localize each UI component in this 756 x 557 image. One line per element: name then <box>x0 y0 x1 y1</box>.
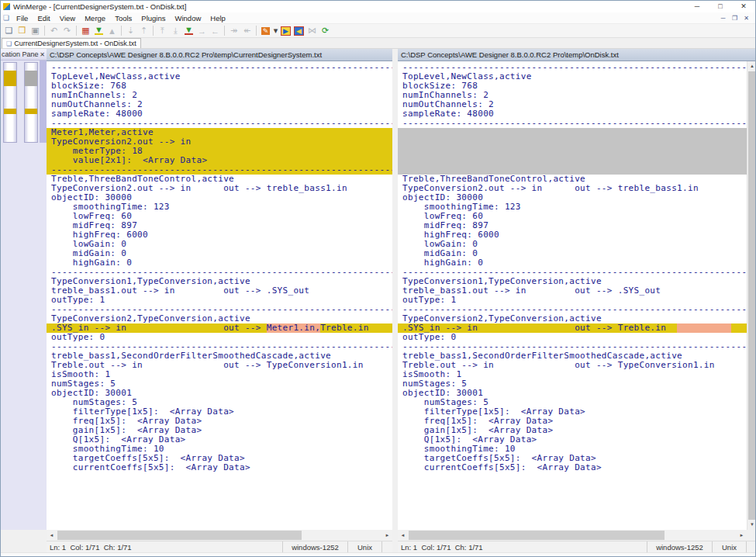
maximize-button[interactable]: □ <box>709 1 732 12</box>
auto-merge-dropdown-icon[interactable]: ▾ <box>272 25 279 37</box>
code-line: TypeConversion2.out --> in out --> trebl… <box>47 184 392 193</box>
code-line: numStages: 5 <box>398 398 756 407</box>
copy-left-icon[interactable]: ← <box>209 25 222 37</box>
window-controls: ─□✕ <box>685 1 755 12</box>
left-status-bar: Ln: 1 Col: 1/71 Ch: 1/71 windows-1252 Un… <box>47 541 392 552</box>
difference-band[interactable] <box>25 71 37 86</box>
code-line: Treble,ThreeBandToneControl,active <box>47 175 392 184</box>
right-editor-lines: ----------------------------------------… <box>398 63 756 472</box>
code-line: smoothingTime: 10 <box>398 445 756 454</box>
scroll-down-icon[interactable]: ▼ <box>747 520 756 530</box>
code-line: TopLevel,NewClass,active <box>398 72 756 81</box>
mdi-window-controls: ─❐✕ <box>717 15 752 22</box>
menu-plugins[interactable]: Plugins <box>136 14 170 22</box>
code-line: isSmooth: 1 <box>47 370 392 379</box>
copy-left-advance-icon[interactable]: ↞ <box>240 25 254 37</box>
mdi-restore-button[interactable]: ❐ <box>729 15 740 22</box>
redo-icon[interactable]: ↷ <box>60 25 74 37</box>
menu-items: FileEditViewMergeToolsPluginsWindowHelp <box>12 14 230 22</box>
code-line <box>398 128 756 137</box>
code-line <box>398 156 756 165</box>
menu-merge[interactable]: Merge <box>80 14 110 22</box>
menu-edit[interactable]: Edit <box>33 14 54 22</box>
file-compare-icon[interactable]: ⋈ <box>306 25 319 37</box>
right-editor[interactable]: ----------------------------------------… <box>398 61 756 530</box>
right-status-bar: Ln: 1 Col: 1/71 Ch: 1/71 windows-1252 Un… <box>398 541 756 552</box>
code-line: freq[1x5]: <Array Data> <box>398 417 756 426</box>
pane-splitter[interactable] <box>392 49 398 552</box>
scroll-up-icon[interactable]: ▲ <box>747 61 756 71</box>
menu-window[interactable]: Window <box>170 14 205 22</box>
code-line: ----------------------------------------… <box>398 268 756 277</box>
menu-tools[interactable]: Tools <box>110 14 136 22</box>
right-horizontal-scrollbar[interactable]: ◄ ► <box>398 530 747 541</box>
code-line: ----------------------------------------… <box>47 305 392 314</box>
code-line: value[2x1]: <Array Data> <box>47 156 392 165</box>
code-line: treble_bass1.out --> in out --> .SYS_out <box>398 286 756 296</box>
save-icon[interactable]: ▣ <box>29 25 42 37</box>
left-eol-style: Unix <box>347 541 381 552</box>
first-difference-icon[interactable]: ⤒ <box>156 25 169 37</box>
open-icon[interactable]: ❒ <box>16 25 29 37</box>
next-conflict-icon[interactable]: ⇣ <box>124 25 137 37</box>
code-line: highFreq: 6000 <box>47 230 392 240</box>
previous-difference-icon[interactable]: ▲ <box>105 25 119 37</box>
new-file-icon[interactable]: ❏ <box>2 25 16 37</box>
toolbar-separator <box>224 26 225 36</box>
undo-icon[interactable]: ↶ <box>47 25 60 37</box>
scroll-right-icon[interactable]: ► <box>382 530 392 541</box>
auto-merge-icon[interactable]: ✎ <box>259 25 272 37</box>
code-line: outType: 1 <box>398 296 756 305</box>
refresh-icon[interactable]: ⟳ <box>319 25 332 37</box>
left-editor[interactable]: ----------------------------------------… <box>47 61 392 530</box>
code-line: TypeConversion1,TypeConversion,active <box>47 277 392 286</box>
code-line: freq[1x5]: <Array Data> <box>47 417 392 426</box>
code-line: ----------------------------------------… <box>47 268 392 277</box>
code-line: lowGain: 0 <box>47 240 392 249</box>
document-icon: ❏ <box>3 14 9 22</box>
next-difference-icon[interactable]: ▼ <box>92 25 105 37</box>
code-line: smoothingTime: 123 <box>398 202 756 212</box>
difference-band[interactable] <box>4 109 16 114</box>
copy-all-left-icon[interactable]: ◀ <box>292 25 306 37</box>
last-difference-icon[interactable]: ⤓ <box>169 25 182 37</box>
vertical-scroll-thumb[interactable] <box>748 71 756 520</box>
location-map-right-file[interactable] <box>24 62 38 143</box>
menu-file[interactable]: File <box>12 14 33 22</box>
options-icon[interactable]: ▦ <box>79 25 92 37</box>
scroll-left-icon[interactable]: ◄ <box>398 530 408 541</box>
mdi-minimize-button[interactable]: ─ <box>717 15 729 22</box>
difference-band[interactable] <box>25 109 37 114</box>
code-line: ----------------------------------------… <box>398 63 756 72</box>
mdi-close-button[interactable]: ✕ <box>740 15 752 22</box>
left-horizontal-scroll-thumb[interactable] <box>57 531 302 540</box>
tab-bar: ❏ CurrentDesignerSystem.txt - OnDisk.txt <box>1 38 755 49</box>
left-horizontal-scrollbar[interactable]: ◄ ► <box>47 530 392 541</box>
tab-label: CurrentDesignerSystem.txt - OnDisk.txt <box>14 40 136 47</box>
code-line: ----------------------------------------… <box>47 165 392 175</box>
location-map-left-file[interactable] <box>3 62 17 143</box>
toolbar-separator <box>256 26 257 36</box>
copy-right-icon[interactable]: → <box>195 25 209 37</box>
location-pane-shadow <box>40 61 47 143</box>
minimize-button[interactable]: ─ <box>685 1 709 12</box>
difference-band[interactable] <box>4 71 16 86</box>
menu-view[interactable]: View <box>55 14 80 22</box>
tab-compare[interactable]: ❏ CurrentDesignerSystem.txt - OnDisk.txt <box>2 38 141 48</box>
vertical-scrollbar[interactable]: ▲ ▼ <box>747 61 756 530</box>
previous-conflict-icon[interactable]: ⇡ <box>137 25 150 37</box>
scroll-right-icon[interactable]: ► <box>737 530 747 541</box>
right-horizontal-scroll-thumb[interactable] <box>409 531 665 540</box>
title-bar: WinMerge - [CurrentDesignerSystem.txt - … <box>1 1 755 12</box>
copy-right-advance-icon[interactable]: ↠ <box>227 25 240 37</box>
copy-all-right-icon[interactable]: ▶ <box>279 25 292 37</box>
code-line: TopLevel,NewClass,active <box>47 72 392 81</box>
code-line: objectID: 30001 <box>398 389 756 398</box>
close-button[interactable]: ✕ <box>732 1 755 12</box>
menu-help[interactable]: Help <box>205 14 230 22</box>
code-line: lowFreq: 60 <box>398 212 756 221</box>
toolbar-separator <box>153 26 154 36</box>
location-pane-close-icon[interactable]: ✕ <box>40 51 45 58</box>
current-difference-icon[interactable]: ▼ <box>182 25 195 37</box>
scroll-left-icon[interactable]: ◄ <box>47 530 57 541</box>
